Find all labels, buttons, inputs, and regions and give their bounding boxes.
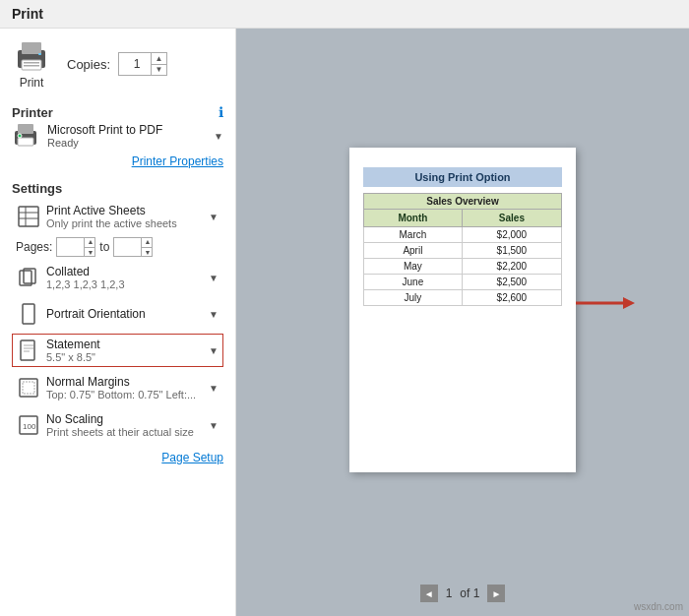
collated-icon — [17, 266, 40, 289]
page-setup-link[interactable]: Page Setup — [161, 451, 223, 464]
active-sheets-dropdown-arrow[interactable]: ▼ — [209, 212, 219, 222]
setting-margins[interactable]: Normal Margins Top: 0.75" Bottom: 0.75" … — [12, 371, 223, 404]
collated-dropdown-arrow[interactable]: ▼ — [209, 273, 219, 283]
svg-rect-7 — [18, 124, 33, 134]
orientation-dropdown-arrow[interactable]: ▼ — [209, 309, 219, 320]
paper-size-text: Statement 5.5" x 8.5" — [46, 338, 203, 363]
printer-dropdown-arrow[interactable]: ▼ — [214, 131, 223, 142]
copies-down-arrow[interactable]: ▼ — [152, 65, 166, 76]
printer-info: Microsoft Print to PDF Ready — [47, 123, 206, 149]
watermark: wsxdn.com — [634, 601, 683, 612]
printer-section-label: Printer — [12, 105, 53, 120]
active-sheets-icon — [17, 205, 40, 228]
cell-sales-june: $2,500 — [462, 274, 561, 289]
cell-month-july: July — [364, 289, 463, 305]
margins-sub: Top: 0.75" Bottom: 0.75" Left:... — [46, 389, 203, 400]
copies-label: Copies: — [67, 57, 110, 72]
table-row: June $2,500 — [364, 274, 562, 289]
svg-rect-22 — [23, 382, 34, 394]
preview-wrapper: Using Print Option Sales Overview Month … — [349, 148, 576, 472]
table-row: April $1,500 — [364, 242, 562, 258]
preview-heading: Using Print Option — [363, 167, 562, 187]
scaling-text: No Scaling Print sheets at their actual … — [46, 412, 203, 438]
svg-rect-5 — [38, 53, 41, 55]
pages-to-down[interactable]: ▼ — [142, 248, 153, 258]
margins-text: Normal Margins Top: 0.75" Bottom: 0.75" … — [46, 375, 203, 400]
collated-text: Collated 1,2,3 1,2,3 1,2,3 — [46, 265, 203, 290]
setting-orientation[interactable]: Portrait Orientation ▼ — [12, 298, 223, 330]
print-btn-row: Print Copies: ▲ ▼ — [12, 38, 223, 90]
page-preview: Using Print Option Sales Overview Month … — [349, 148, 576, 472]
cell-sales-march: $2,000 — [462, 226, 561, 242]
paper-size-main: Statement — [46, 338, 203, 351]
svg-rect-3 — [24, 62, 39, 64]
setting-paper-size[interactable]: Statement 5.5" x 8.5" ▼ — [12, 334, 223, 367]
cell-month-march: March — [364, 226, 463, 242]
left-panel: Print Copies: ▲ ▼ Printer ℹ — [0, 29, 236, 616]
arrow-indicator — [576, 293, 635, 313]
info-icon[interactable]: ℹ — [219, 104, 223, 120]
active-sheets-main: Print Active Sheets — [46, 204, 203, 217]
copies-input[interactable] — [119, 53, 155, 75]
active-sheets-text: Print Active Sheets Only print the activ… — [46, 204, 203, 229]
settings-section-label: Settings — [12, 181, 223, 196]
table-header-row: Month Sales — [364, 209, 562, 226]
scaling-main: No Scaling — [46, 412, 203, 426]
scaling-icon: 100 — [17, 413, 40, 437]
svg-rect-17 — [21, 340, 34, 360]
pages-to-label: to — [99, 240, 109, 254]
orientation-text: Portrait Orientation — [46, 307, 203, 321]
right-panel: Using Print Option Sales Overview Month … — [236, 29, 689, 616]
pages-from-down[interactable]: ▼ — [85, 248, 95, 258]
pages-from-up[interactable]: ▲ — [85, 237, 95, 248]
orientation-main: Portrait Orientation — [46, 307, 203, 321]
printer-row: Microsoft Print to PDF Ready ▼ — [12, 122, 223, 150]
svg-point-9 — [18, 134, 22, 138]
page-preview-area: Using Print Option Sales Overview Month … — [246, 38, 679, 581]
margins-main: Normal Margins — [46, 375, 203, 389]
svg-rect-1 — [22, 42, 41, 54]
svg-text:100: 100 — [23, 422, 36, 431]
margins-dropdown-arrow[interactable]: ▼ — [209, 383, 219, 394]
printer-properties-link[interactable]: Printer Properties — [132, 154, 223, 168]
window-title: Print — [12, 6, 43, 22]
preview-table: Sales Overview Month Sales March $2,000 — [363, 193, 562, 306]
paper-size-sub: 5.5" x 8.5" — [46, 351, 203, 363]
margins-icon — [17, 376, 40, 400]
print-icon — [12, 38, 51, 74]
copies-row: Copies: ▲ ▼ — [67, 52, 167, 76]
copies-up-arrow[interactable]: ▲ — [152, 53, 166, 65]
svg-rect-10 — [19, 207, 38, 226]
scaling-dropdown-arrow[interactable]: ▼ — [209, 420, 219, 431]
cell-sales-july: $2,600 — [462, 289, 561, 305]
print-button[interactable]: Print — [12, 38, 51, 90]
col-header-sales: Sales — [462, 209, 561, 226]
scaling-sub: Print sheets at their actual size — [46, 426, 203, 438]
setting-active-sheets[interactable]: Print Active Sheets Only print the activ… — [12, 200, 223, 233]
title-bar: Print — [0, 0, 689, 29]
active-sheets-sub: Only print the active sheets — [46, 217, 203, 229]
printer-name: Microsoft Print to PDF — [47, 123, 206, 137]
prev-page-button[interactable]: ◄ — [420, 585, 438, 602]
setting-scaling[interactable]: 100 No Scaling Print sheets at their act… — [12, 408, 223, 442]
printer-section: Printer ℹ Microsoft Print to PDF Ready ▼ — [12, 101, 223, 169]
svg-rect-16 — [23, 304, 34, 324]
next-page-button[interactable]: ► — [487, 585, 505, 602]
cell-month-april: April — [364, 242, 463, 258]
svg-rect-8 — [18, 138, 33, 146]
main-container: Print Copies: ▲ ▼ Printer ℹ — [0, 29, 689, 616]
pagination-bar: ◄ 1 of 1 ► — [420, 581, 506, 606]
table-row: May $2,200 — [364, 258, 562, 274]
orientation-icon — [17, 302, 40, 326]
svg-rect-4 — [24, 65, 39, 67]
cell-month-june: June — [364, 274, 463, 289]
copies-spinner: ▲ ▼ — [118, 52, 167, 76]
paper-size-icon — [17, 339, 40, 362]
cell-month-may: May — [364, 258, 463, 274]
paper-size-dropdown-arrow[interactable]: ▼ — [209, 345, 219, 356]
pages-row: Pages: ▲ ▼ to ▲ ▼ — [12, 237, 223, 257]
collated-sub: 1,2,3 1,2,3 1,2,3 — [46, 278, 203, 290]
pages-to-up[interactable]: ▲ — [142, 237, 153, 248]
col-header-month: Month — [364, 209, 463, 226]
setting-collated[interactable]: Collated 1,2,3 1,2,3 1,2,3 ▼ — [12, 261, 223, 294]
